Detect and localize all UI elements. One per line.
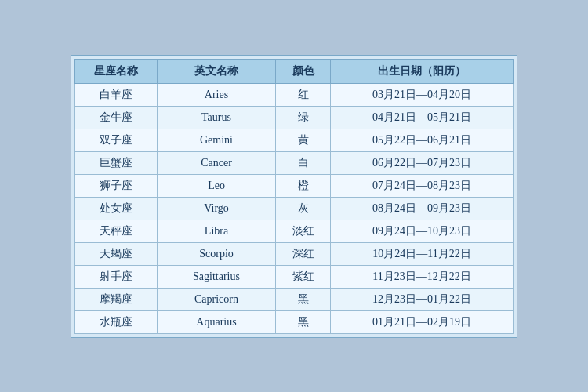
cell-color: 白 — [276, 151, 331, 174]
cell-chinese-name: 巨蟹座 — [75, 151, 158, 174]
table-row: 摩羯座Capricorn黑12月23日—01月22日 — [75, 288, 514, 310]
cell-chinese-name: 天秤座 — [75, 220, 158, 242]
table-row: 天秤座Libra淡红09月24日—10月23日 — [75, 220, 514, 242]
cell-date: 07月24日—08月23日 — [331, 174, 514, 197]
cell-english-name: Leo — [157, 174, 275, 197]
cell-english-name: Scorpio — [157, 242, 275, 265]
cell-color: 橙 — [276, 174, 331, 197]
cell-chinese-name: 狮子座 — [75, 174, 158, 197]
table-row: 金牛座Taurus绿04月21日—05月21日 — [75, 106, 514, 129]
cell-english-name: Gemini — [157, 129, 275, 151]
cell-chinese-name: 双子座 — [75, 129, 158, 151]
cell-date: 09月24日—10月23日 — [331, 220, 514, 242]
cell-chinese-name: 金牛座 — [75, 106, 158, 129]
cell-english-name: Taurus — [157, 106, 275, 129]
cell-chinese-name: 摩羯座 — [75, 288, 158, 310]
cell-color: 淡红 — [276, 220, 331, 242]
cell-color: 灰 — [276, 197, 331, 220]
table-header-row: 星座名称 英文名称 颜色 出生日期（阳历） — [75, 59, 514, 83]
cell-date: 12月23日—01月22日 — [331, 288, 514, 310]
cell-color: 黄 — [276, 129, 331, 151]
table-row: 巨蟹座Cancer白06月22日—07月23日 — [75, 151, 514, 174]
cell-english-name: Libra — [157, 220, 275, 242]
table-row: 射手座Sagittarius紫红11月23日—12月22日 — [75, 265, 514, 288]
cell-chinese-name: 射手座 — [75, 265, 158, 288]
table-row: 白羊座Aries红03月21日—04月20日 — [75, 83, 514, 106]
table-body: 白羊座Aries红03月21日—04月20日金牛座Taurus绿04月21日—0… — [75, 83, 514, 333]
header-color: 颜色 — [276, 59, 331, 83]
table-row: 水瓶座Aquarius黑01月21日—02月19日 — [75, 310, 514, 333]
cell-date: 06月22日—07月23日 — [331, 151, 514, 174]
cell-chinese-name: 白羊座 — [75, 83, 158, 106]
zodiac-table: 星座名称 英文名称 颜色 出生日期（阳历） 白羊座Aries红03月21日—04… — [74, 59, 514, 334]
cell-english-name: Sagittarius — [157, 265, 275, 288]
cell-english-name: Capricorn — [157, 288, 275, 310]
cell-english-name: Cancer — [157, 151, 275, 174]
cell-color: 深红 — [276, 242, 331, 265]
cell-english-name: Virgo — [157, 197, 275, 220]
cell-date: 10月24日—11月22日 — [331, 242, 514, 265]
cell-english-name: Aries — [157, 83, 275, 106]
cell-date: 01月21日—02月19日 — [331, 310, 514, 333]
header-english-name: 英文名称 — [157, 59, 275, 83]
cell-color: 黑 — [276, 310, 331, 333]
header-date: 出生日期（阳历） — [331, 59, 514, 83]
cell-date: 03月21日—04月20日 — [331, 83, 514, 106]
cell-chinese-name: 水瓶座 — [75, 310, 158, 333]
cell-color: 绿 — [276, 106, 331, 129]
cell-date: 05月22日—06月21日 — [331, 129, 514, 151]
cell-date: 08月24日—09月23日 — [331, 197, 514, 220]
table-row: 天蝎座Scorpio深红10月24日—11月22日 — [75, 242, 514, 265]
cell-chinese-name: 天蝎座 — [75, 242, 158, 265]
header-chinese-name: 星座名称 — [75, 59, 158, 83]
table-row: 处女座Virgo灰08月24日—09月23日 — [75, 197, 514, 220]
cell-date: 11月23日—12月22日 — [331, 265, 514, 288]
cell-color: 红 — [276, 83, 331, 106]
zodiac-table-container: 星座名称 英文名称 颜色 出生日期（阳历） 白羊座Aries红03月21日—04… — [71, 55, 517, 338]
cell-color: 黑 — [276, 288, 331, 310]
table-row: 双子座Gemini黄05月22日—06月21日 — [75, 129, 514, 151]
cell-color: 紫红 — [276, 265, 331, 288]
cell-date: 04月21日—05月21日 — [331, 106, 514, 129]
cell-english-name: Aquarius — [157, 310, 275, 333]
cell-chinese-name: 处女座 — [75, 197, 158, 220]
table-row: 狮子座Leo橙07月24日—08月23日 — [75, 174, 514, 197]
